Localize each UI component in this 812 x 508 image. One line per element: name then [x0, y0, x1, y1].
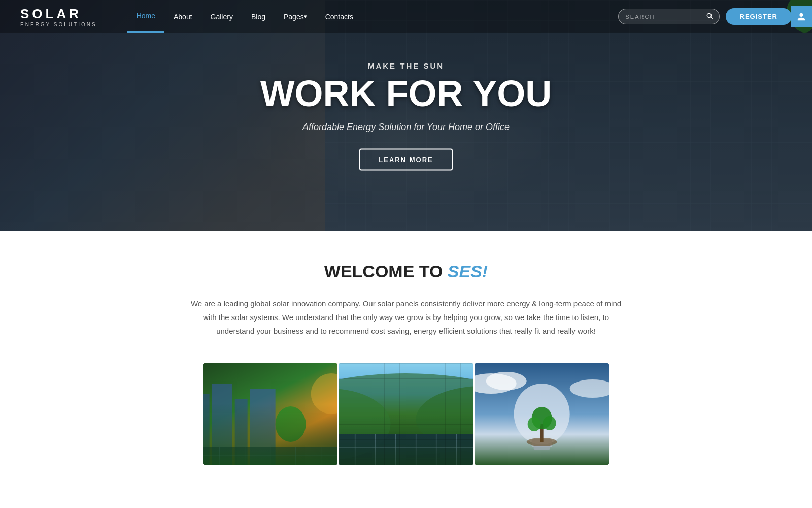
register-button[interactable]: REGISTER: [726, 8, 792, 25]
svg-rect-9: [250, 389, 276, 465]
user-icon-button[interactable]: [791, 6, 812, 27]
svg-point-25: [416, 386, 473, 452]
svg-point-46: [543, 416, 556, 430]
svg-point-3: [707, 13, 711, 17]
svg-point-47: [526, 438, 557, 446]
gallery-image-bulb[interactable]: [475, 363, 609, 465]
svg-rect-5: [203, 363, 337, 465]
svg-point-24: [339, 389, 391, 460]
search-button[interactable]: [700, 9, 719, 24]
hero-tagline: Affordable Energy Solution for Your Home…: [228, 121, 584, 132]
welcome-body: We are a leading global solar innovation…: [188, 297, 624, 338]
nav-blog[interactable]: Blog: [242, 0, 275, 33]
nav-contacts[interactable]: Contacts: [316, 0, 362, 33]
search-input[interactable]: [619, 10, 700, 23]
svg-point-38: [486, 372, 526, 390]
nav-about[interactable]: About: [164, 0, 201, 33]
learn-more-button[interactable]: LEARN MORE: [359, 148, 452, 170]
navbar: SOLAR ENERGY SOLUTIONS Home About Galler…: [0, 0, 812, 33]
svg-rect-8: [235, 399, 248, 465]
nav-right: REGISTER: [618, 8, 792, 25]
logo-name: SOLAR: [20, 6, 97, 22]
svg-rect-26: [339, 434, 473, 465]
svg-line-4: [710, 17, 712, 19]
svg-point-45: [527, 417, 540, 431]
svg-rect-6: [203, 394, 210, 465]
nav-links: Home About Gallery Blog Pages Contacts: [127, 0, 618, 33]
welcome-brand: SES!: [448, 262, 488, 281]
logo-tagline: ENERGY SOLUTIONS: [20, 22, 97, 27]
gallery-image-city[interactable]: [203, 363, 337, 465]
hero-section: SOLAR ENERGY SOLUTIONS Home About Galler…: [0, 0, 812, 231]
svg-point-23: [339, 373, 473, 455]
image-grid: [101, 363, 710, 465]
welcome-title: WELCOME TO SES!: [101, 262, 710, 281]
nav-gallery[interactable]: Gallery: [201, 0, 242, 33]
svg-rect-13: [203, 447, 337, 465]
svg-rect-7: [212, 384, 232, 465]
svg-rect-22: [339, 363, 473, 465]
gallery-image-forest[interactable]: [339, 363, 473, 465]
hero-content: MAKE THE SUN WORK FOR YOU Affordable Ene…: [228, 61, 584, 170]
svg-rect-42: [533, 446, 550, 450]
search-box[interactable]: [618, 9, 720, 24]
logo[interactable]: SOLAR ENERGY SOLUTIONS: [20, 6, 97, 27]
welcome-section: WELCOME TO SES! We are a leading global …: [0, 231, 812, 490]
welcome-title-prefix: WELCOME TO: [324, 262, 448, 281]
hero-subtitle: MAKE THE SUN: [228, 61, 584, 70]
nav-home[interactable]: Home: [127, 0, 164, 33]
nav-pages[interactable]: Pages: [275, 0, 316, 33]
hero-title: WORK FOR YOU: [228, 75, 584, 111]
svg-point-11: [276, 406, 306, 442]
